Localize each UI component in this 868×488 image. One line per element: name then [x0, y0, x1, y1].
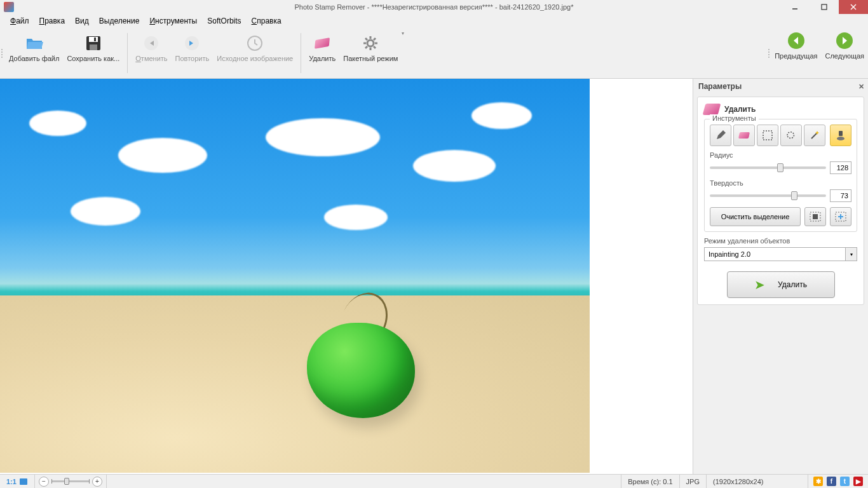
svg-line-17 [374, 46, 376, 48]
facebook-icon[interactable]: f [827, 477, 836, 486]
original-image-button[interactable]: Исходное изображение [213, 30, 297, 65]
window-title: Photo Stamp Remover - ****Незарегистриро… [295, 3, 574, 11]
pencil-tool-button[interactable] [710, 125, 731, 146]
removal-mode-combo[interactable]: ▾ [704, 247, 857, 261]
clone-stamp-tool-button[interactable] [830, 125, 851, 146]
delete-button[interactable]: Удалить [305, 30, 339, 65]
redo-icon [182, 33, 202, 53]
menu-edit[interactable]: Правка [34, 17, 71, 25]
svg-line-19 [365, 46, 367, 48]
zoom-in-button[interactable]: + [92, 477, 102, 487]
svg-rect-23 [839, 131, 843, 136]
toolbar-overflow-button[interactable]: ▾ [402, 30, 409, 41]
next-icon [834, 30, 855, 51]
svg-rect-5 [89, 37, 98, 42]
svg-rect-1 [822, 4, 827, 10]
canvas-area[interactable] [0, 79, 693, 474]
next-button[interactable]: Следующая [821, 28, 868, 78]
chevron-down-icon[interactable]: ▾ [846, 247, 857, 261]
status-time: Время (c): 0.1 [621, 475, 679, 488]
svg-point-11 [367, 40, 374, 46]
twitter-icon[interactable]: t [840, 477, 850, 486]
redo-button[interactable]: Повторить [172, 30, 214, 65]
svg-rect-22 [763, 131, 772, 140]
parameters-panel: Параметры ✕ Удалить Инструменты Радиус [693, 79, 868, 474]
rect-select-tool-button[interactable] [757, 125, 778, 146]
svg-line-18 [374, 38, 376, 40]
svg-rect-7 [94, 37, 96, 41]
hardness-slider[interactable] [710, 194, 826, 197]
youtube-icon[interactable]: ▶ [853, 477, 863, 486]
svg-rect-26 [813, 214, 818, 219]
menu-selection[interactable]: Выделение [94, 17, 145, 25]
hardness-input[interactable] [830, 189, 851, 202]
title-bar: Photo Stamp Remover - ****Незарегистриро… [0, 0, 868, 14]
undo-icon [141, 33, 161, 53]
load-selection-button[interactable] [830, 207, 851, 226]
menu-bar: Файл Правка Вид Выделение Инструменты So… [0, 14, 868, 28]
canvas-image [0, 79, 590, 473]
status-bar: 1:1 − + Время (c): 0.1 JPG (1920x1280x24… [0, 474, 868, 488]
gear-icon [360, 33, 381, 53]
close-button[interactable] [839, 0, 868, 14]
svg-rect-28 [20, 478, 27, 485]
radius-slider[interactable] [710, 166, 826, 169]
rss-icon[interactable]: ✱ [813, 477, 823, 486]
batch-mode-button[interactable]: Пакетный режим [339, 30, 402, 65]
workspace: Параметры ✕ Удалить Инструменты Радиус [0, 79, 868, 474]
toolbar: Добавить файл Сохранить как... Отменить … [0, 28, 868, 79]
zoom-ratio[interactable]: 1:1 [0, 475, 35, 488]
save-selection-button[interactable] [804, 207, 826, 226]
status-spacer [107, 475, 621, 488]
zoom-control: − + [35, 475, 107, 488]
lasso-tool-button[interactable] [780, 125, 802, 146]
menu-file[interactable]: Файл [5, 17, 34, 25]
menu-tools[interactable]: Инструменты [144, 17, 202, 25]
zoom-out-button[interactable]: − [39, 477, 49, 487]
clear-selection-button[interactable]: Очистить выделение [710, 207, 801, 226]
svg-line-16 [365, 38, 367, 40]
menu-view[interactable]: Вид [70, 17, 94, 25]
svg-point-24 [837, 137, 844, 140]
radius-input[interactable] [830, 161, 851, 174]
eraser-icon [312, 33, 332, 53]
previous-button[interactable]: Предыдущая [771, 28, 821, 78]
prev-icon [786, 30, 806, 51]
zoom-slider[interactable] [51, 480, 90, 482]
menu-help[interactable]: Справка [247, 17, 287, 25]
fit-screen-icon[interactable] [19, 478, 28, 485]
folder-open-icon [24, 33, 44, 53]
minimize-button[interactable] [780, 0, 810, 14]
social-links: ✱ f t ▶ [808, 477, 868, 486]
maximize-button[interactable] [810, 0, 839, 14]
magic-wand-tool-button[interactable] [804, 125, 825, 146]
panel-close-button[interactable]: ✕ [858, 83, 864, 91]
eraser-icon [703, 104, 721, 115]
remove-button[interactable]: ➤ Удалить [727, 271, 835, 298]
status-dimensions: (1920x1280x24) [707, 475, 808, 488]
delete-section: Удалить Инструменты Радиус Твердость [697, 97, 864, 305]
save-as-button[interactable]: Сохранить как... [63, 30, 123, 65]
arrow-right-icon: ➤ [754, 277, 765, 292]
clock-icon [245, 33, 265, 53]
menu-softorbits[interactable]: SoftOrbits [202, 17, 246, 25]
add-file-button[interactable]: Добавить файл [5, 30, 63, 65]
window-controls [780, 0, 868, 14]
app-icon [4, 2, 14, 12]
eraser-tool-button[interactable] [733, 125, 755, 146]
panel-header: Параметры ✕ [693, 79, 868, 94]
status-format: JPG [680, 475, 707, 488]
svg-rect-6 [90, 44, 97, 50]
save-icon [83, 33, 104, 53]
undo-button[interactable]: Отменить [132, 30, 171, 65]
